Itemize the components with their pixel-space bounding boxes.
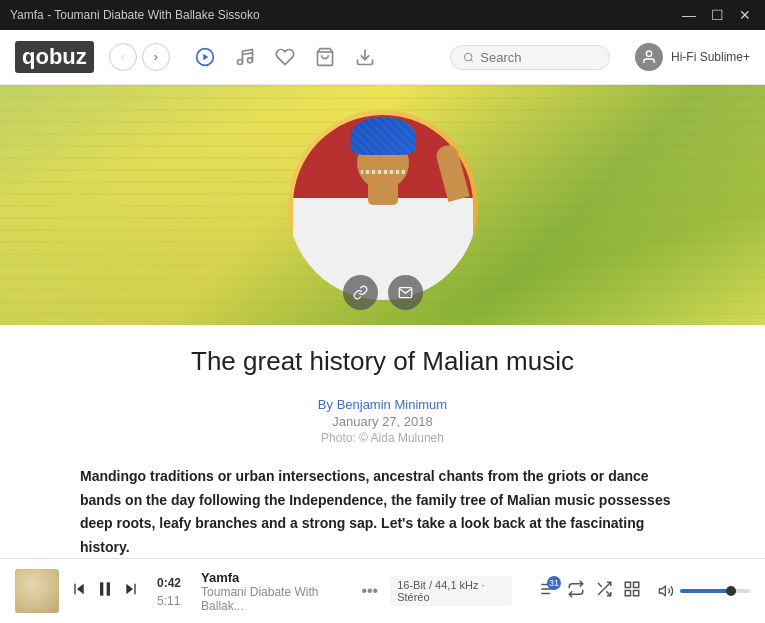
svg-point-7 [464, 53, 472, 61]
store-icon-button[interactable] [315, 47, 335, 67]
search-box[interactable] [450, 45, 610, 70]
article: The great history of Malian music By Ben… [0, 325, 765, 558]
share-link-button[interactable] [343, 275, 378, 310]
article-date: January 27, 2018 [80, 414, 685, 429]
avatar[interactable] [635, 43, 663, 71]
window-title: Yamfa - Toumani Diabate With Ballake Sis… [10, 8, 260, 22]
pause-icon [95, 579, 115, 599]
player-more-button[interactable]: ••• [361, 582, 378, 600]
hero-circle [288, 110, 478, 300]
svg-marker-26 [659, 586, 665, 595]
svg-line-21 [598, 583, 602, 587]
player-bar: 0:42 5:11 Yamfa Toumani Diabate With Bal… [0, 558, 765, 623]
svg-rect-12 [100, 582, 103, 595]
svg-rect-24 [634, 591, 639, 596]
article-intro: Mandingo traditions or urban intersectio… [80, 465, 685, 558]
repeat-button[interactable] [567, 580, 585, 602]
next-button[interactable] [123, 581, 139, 601]
player-album-art [15, 569, 59, 613]
article-title: The great history of Malian music [80, 345, 685, 379]
svg-marker-1 [203, 54, 208, 61]
quality-label: 16-Bit / 44,1 kHz · Stéréo [397, 579, 505, 603]
email-icon [398, 285, 413, 300]
album-art-image [15, 569, 59, 613]
minimize-button[interactable]: — [679, 7, 699, 23]
player-track-info: Yamfa Toumani Diabate With Ballak... [201, 570, 344, 613]
music-icon-button[interactable] [235, 47, 255, 67]
back-button[interactable]: ‹ [109, 43, 137, 71]
link-icon [353, 285, 368, 300]
settings-icon [623, 580, 641, 598]
hero-necklace [360, 170, 405, 182]
settings-button[interactable] [623, 580, 641, 602]
downloads-icon-button[interactable] [355, 47, 375, 67]
artist-name: Toumani Diabate With Ballak... [201, 585, 344, 613]
user-section: Hi-Fi Sublime+ [635, 43, 750, 71]
author-name[interactable]: Benjamin Minimum [337, 397, 448, 412]
player-elapsed: 0:42 [157, 573, 181, 591]
volume-handle [726, 586, 736, 596]
search-input[interactable] [480, 50, 597, 65]
queue-button[interactable]: 31 [539, 580, 557, 602]
svg-rect-25 [625, 591, 630, 596]
volume-slider[interactable] [680, 589, 750, 593]
article-author: By Benjamin Minimum [80, 397, 685, 412]
shuffle-button[interactable] [595, 580, 613, 602]
player-total: 5:11 [157, 591, 181, 609]
article-meta: By Benjamin Minimum January 27, 2018 Pho… [80, 397, 685, 445]
volume-icon [658, 583, 674, 599]
shuffle-icon [595, 580, 613, 598]
repeat-icon [567, 580, 585, 598]
pause-button[interactable] [95, 579, 115, 604]
player-quality: 16-Bit / 44,1 kHz · Stéréo [390, 576, 512, 606]
explore-icon-button[interactable] [195, 47, 215, 67]
svg-marker-10 [77, 584, 84, 595]
logo[interactable]: qobuz [15, 41, 94, 73]
window-controls: — ☐ ✕ [679, 7, 755, 23]
svg-point-2 [237, 60, 242, 65]
player-controls [71, 579, 139, 604]
forward-button[interactable]: › [142, 43, 170, 71]
svg-point-3 [247, 58, 252, 63]
photo-credit: Photo: © Aida Muluneh [80, 431, 685, 445]
nav-bar: qobuz ‹ › Hi-Fi Sublime+ [0, 30, 765, 85]
hero-section [0, 85, 765, 325]
svg-rect-11 [74, 584, 75, 595]
svg-marker-14 [126, 584, 133, 595]
svg-rect-23 [634, 582, 639, 587]
logo-text: qobuz [15, 41, 94, 73]
player-right-controls: 31 [539, 580, 641, 602]
maximize-button[interactable]: ☐ [707, 7, 727, 23]
main-content: The great history of Malian music By Ben… [0, 85, 765, 558]
favorites-icon-button[interactable] [275, 47, 295, 67]
nav-arrows: ‹ › [109, 43, 170, 71]
hero-actions [343, 275, 423, 310]
user-label: Hi-Fi Sublime+ [671, 50, 750, 64]
share-email-button[interactable] [388, 275, 423, 310]
previous-icon [71, 581, 87, 597]
hero-person [293, 115, 473, 300]
nav-icons [195, 47, 375, 67]
hero-turban [350, 117, 415, 155]
search-icon [463, 51, 474, 64]
track-name: Yamfa [201, 570, 344, 585]
svg-rect-22 [625, 582, 630, 587]
close-button[interactable]: ✕ [735, 7, 755, 23]
player-volume [658, 583, 750, 599]
svg-point-9 [646, 51, 651, 56]
previous-button[interactable] [71, 581, 87, 601]
player-time-info: 0:42 5:11 [157, 573, 181, 609]
title-bar: Yamfa - Toumani Diabate With Ballake Sis… [0, 0, 765, 30]
svg-rect-13 [107, 582, 110, 595]
svg-line-4 [242, 53, 252, 55]
svg-line-8 [471, 59, 473, 61]
svg-rect-15 [134, 584, 135, 595]
queue-badge: 31 [547, 576, 561, 590]
next-icon [123, 581, 139, 597]
